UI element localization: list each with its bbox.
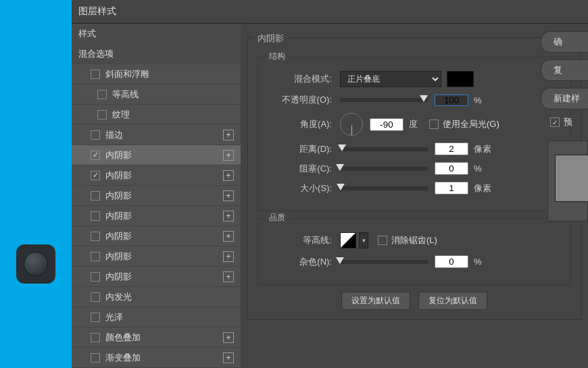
percent-unit: % <box>474 257 494 267</box>
blend-mode-label: 混合模式: <box>268 73 332 85</box>
chevron-down-icon[interactable]: ▾ <box>359 232 368 248</box>
quality-group: 品质 等高线: ▾ 消除锯齿(L) 杂色(N): % <box>258 218 571 285</box>
noise-input[interactable] <box>435 255 468 268</box>
noise-slider[interactable] <box>340 260 428 264</box>
checkbox-icon[interactable] <box>91 232 100 241</box>
sidebar-item-inner-shadow-3[interactable]: 内阴影+ <box>72 186 241 206</box>
plus-icon[interactable]: + <box>223 170 234 181</box>
checkbox-icon[interactable] <box>91 211 100 221</box>
choke-input[interactable] <box>435 162 468 175</box>
degree-unit: 度 <box>409 118 429 130</box>
plus-icon[interactable]: + <box>223 211 234 221</box>
px-unit: 像素 <box>474 182 494 194</box>
structure-group: 结构 混合模式: 正片叠底 不透明度(O): % 角度(A): <box>258 57 571 211</box>
preview-checkbox[interactable]: ✓ <box>550 117 560 127</box>
fieldset-title: 内阴影 <box>253 32 288 45</box>
sidebar-item-inner-shadow-4[interactable]: 内阴影+ <box>72 206 241 226</box>
layer-style-dialog: 图层样式 样式 混合选项 斜面和浮雕 等高线 纹理 描边+ ✓内阴影+ ✓内阴影… <box>72 0 588 368</box>
sidebar-item-stroke[interactable]: 描边+ <box>72 125 241 145</box>
checkbox-icon[interactable] <box>91 70 100 79</box>
angle-input[interactable] <box>370 118 403 131</box>
sidebar-item-inner-glow[interactable]: 内发光 <box>72 287 241 307</box>
preview-label: 预 <box>564 116 572 128</box>
preview-box <box>547 140 588 221</box>
choke-slider[interactable] <box>340 167 428 171</box>
desktop-knob <box>16 244 55 284</box>
plus-icon[interactable]: + <box>223 150 234 161</box>
ok-button[interactable]: 确 <box>541 31 588 53</box>
opacity-slider[interactable] <box>340 98 428 102</box>
size-input[interactable] <box>435 182 468 194</box>
checkbox-icon[interactable] <box>91 313 100 322</box>
distance-input[interactable] <box>435 142 468 155</box>
sidebar-item-inner-shadow-1[interactable]: ✓内阴影+ <box>72 145 241 165</box>
sidebar-item-color-overlay[interactable]: 颜色叠加+ <box>72 327 241 348</box>
sidebar-item-contour[interactable]: 等高线 <box>72 84 241 105</box>
checkbox-icon[interactable] <box>97 110 107 120</box>
checkbox-icon[interactable] <box>91 333 100 342</box>
group-label-quality: 品质 <box>265 212 289 224</box>
choke-label: 阻塞(C): <box>268 163 332 175</box>
checkbox-icon[interactable] <box>91 191 100 201</box>
plus-icon[interactable]: + <box>223 271 234 282</box>
sidebar-heading-styles[interactable]: 样式 <box>72 24 241 44</box>
checkbox-icon[interactable] <box>91 353 100 363</box>
set-default-button[interactable]: 设置为默认值 <box>341 292 410 310</box>
plus-icon[interactable]: + <box>223 130 234 140</box>
blend-mode-select[interactable]: 正片叠底 <box>340 71 441 87</box>
sidebar-heading-blend[interactable]: 混合选项 <box>72 44 241 64</box>
noise-label: 杂色(N): <box>268 256 332 268</box>
percent-unit: % <box>474 163 494 174</box>
distance-slider[interactable] <box>340 147 428 151</box>
new-style-button[interactable]: 新建样 <box>541 88 588 109</box>
sidebar-item-gradient-overlay[interactable]: 渐变叠加+ <box>72 348 241 368</box>
sidebar-item-texture[interactable]: 纹理 <box>72 105 241 125</box>
angle-label: 角度(A): <box>268 118 332 130</box>
global-light-checkbox[interactable] <box>429 120 439 129</box>
checkbox-icon[interactable] <box>91 252 100 261</box>
checkbox-icon[interactable] <box>97 90 107 99</box>
group-label-structure: 结构 <box>265 51 289 62</box>
sidebar-item-inner-shadow-2[interactable]: ✓内阴影+ <box>72 165 241 186</box>
size-label: 大小(S): <box>268 182 332 194</box>
antialias-label: 消除锯齿(L) <box>391 234 437 246</box>
sidebar-item-bevel[interactable]: 斜面和浮雕 <box>72 64 241 84</box>
distance-label: 距离(D): <box>268 143 332 155</box>
dialog-right-column: 确 复 新建样 ✓ 预 <box>541 31 588 221</box>
cancel-button[interactable]: 复 <box>541 59 588 81</box>
checkbox-icon[interactable] <box>91 130 100 140</box>
reset-default-button[interactable]: 复位为默认值 <box>418 292 487 310</box>
angle-dial[interactable] <box>340 113 363 136</box>
plus-icon[interactable]: + <box>223 231 234 242</box>
checkbox-icon[interactable]: ✓ <box>91 171 100 180</box>
preview-swatch <box>555 155 588 202</box>
plus-icon[interactable]: + <box>223 352 234 363</box>
sidebar-item-inner-shadow-7[interactable]: 内阴影+ <box>72 267 241 287</box>
shadow-color-swatch[interactable] <box>447 71 474 87</box>
plus-icon[interactable]: + <box>223 251 234 262</box>
sidebar-item-inner-shadow-6[interactable]: 内阴影+ <box>72 246 241 267</box>
sidebar-item-satin[interactable]: 光泽 <box>72 307 241 327</box>
percent-unit: % <box>474 95 494 105</box>
contour-preview[interactable] <box>340 232 356 248</box>
checkbox-icon[interactable] <box>91 272 100 282</box>
px-unit: 像素 <box>474 143 494 155</box>
plus-icon[interactable]: + <box>223 190 234 201</box>
antialias-checkbox[interactable] <box>378 236 387 245</box>
size-slider[interactable] <box>340 186 428 190</box>
settings-panel: 内阴影 结构 混合模式: 正片叠底 不透明度(O): % <box>241 24 588 368</box>
checkbox-icon[interactable]: ✓ <box>91 151 100 160</box>
inner-shadow-fieldset: 内阴影 结构 混合模式: 正片叠底 不透明度(O): % <box>247 37 581 320</box>
styles-sidebar[interactable]: 样式 混合选项 斜面和浮雕 等高线 纹理 描边+ ✓内阴影+ ✓内阴影+ 内阴影… <box>72 24 241 368</box>
plus-icon[interactable]: + <box>223 332 234 343</box>
sidebar-item-inner-shadow-5[interactable]: 内阴影+ <box>72 226 241 246</box>
preview-row[interactable]: ✓ 预 <box>541 116 588 128</box>
checkbox-icon[interactable] <box>91 292 100 302</box>
contour-label: 等高线: <box>268 234 332 246</box>
dialog-title: 图层样式 <box>72 0 588 24</box>
opacity-label: 不透明度(O): <box>268 94 332 106</box>
global-light-label: 使用全局光(G) <box>443 118 499 130</box>
opacity-input[interactable] <box>435 95 468 106</box>
